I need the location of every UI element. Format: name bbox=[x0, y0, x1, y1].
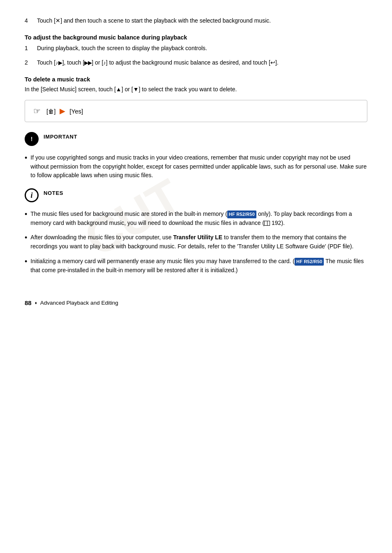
step-balance-1: 1 During playback, touch the screen to d… bbox=[25, 44, 367, 53]
important-icon: ! bbox=[25, 132, 39, 146]
step-4: 4 Touch [✕] and then touch a scene to st… bbox=[25, 16, 367, 25]
section-balance-heading: To adjust the background music balance d… bbox=[25, 34, 367, 41]
important-bullet-1-text: If you use copyrighted songs and music t… bbox=[30, 153, 367, 180]
notes-label: NOTES bbox=[44, 190, 63, 196]
notes-block-header: i NOTES bbox=[25, 187, 367, 202]
step-4-number: 4 bbox=[25, 16, 37, 25]
footer-section: Advanced Playback and Editing bbox=[40, 300, 118, 306]
note-1-text: The music files used for background musi… bbox=[30, 210, 367, 227]
note-2-bold: Transfer Utility LE bbox=[173, 234, 222, 241]
important-block: ! IMPORTANT bbox=[25, 131, 367, 146]
note-3: Initializing a memory card will permanen… bbox=[25, 257, 367, 275]
page-number: 88 bbox=[25, 299, 32, 306]
step-balance-1-text: During playback, touch the screen to dis… bbox=[37, 44, 367, 53]
note-3-text: Initializing a memory card will permanen… bbox=[30, 257, 367, 275]
hand-icon: ☞ bbox=[33, 106, 41, 116]
model-badge-2: HF R52/R50 bbox=[295, 258, 324, 266]
step-4-text: Touch [✕] and then touch a scene to star… bbox=[37, 16, 367, 25]
important-label: IMPORTANT bbox=[44, 134, 77, 140]
proc-trash: [🗑] bbox=[46, 108, 55, 115]
proc-yes: [Yes] bbox=[69, 108, 83, 115]
note-1: The music files used for background musi… bbox=[25, 210, 367, 227]
procedure-box: ☞ [🗑] ▶ [Yes] bbox=[25, 100, 367, 122]
section-delete-text: In the [Select Music] screen, touch [▲] … bbox=[25, 86, 367, 93]
section-delete-heading: To delete a music track bbox=[25, 76, 367, 83]
proc-arrow: ▶ bbox=[60, 106, 65, 116]
important-bullet-1: If you use copyrighted songs and music t… bbox=[25, 153, 367, 180]
footer-diamond: ♦ bbox=[35, 301, 37, 305]
book-ref-1 bbox=[264, 221, 270, 226]
notes-icon: i bbox=[25, 188, 39, 202]
step-balance-2: 2 Touch [♪▶], touch [▶▶] or [♪] to adjus… bbox=[25, 58, 367, 67]
step-balance-2-text: Touch [♪▶], touch [▶▶] or [♪] to adjust … bbox=[37, 58, 367, 67]
note-2: After downloading the music files to you… bbox=[25, 233, 367, 251]
step-balance-2-number: 2 bbox=[25, 58, 37, 67]
model-badge-1: HF R52/R50 bbox=[227, 211, 256, 218]
notes-bullets: The music files used for background musi… bbox=[25, 210, 367, 275]
important-bullets: If you use copyrighted songs and music t… bbox=[25, 153, 367, 180]
note-2-text: After downloading the music files to you… bbox=[30, 233, 367, 251]
step-balance-1-number: 1 bbox=[25, 44, 37, 53]
page-footer: 88 ♦ Advanced Playback and Editing bbox=[25, 299, 367, 306]
